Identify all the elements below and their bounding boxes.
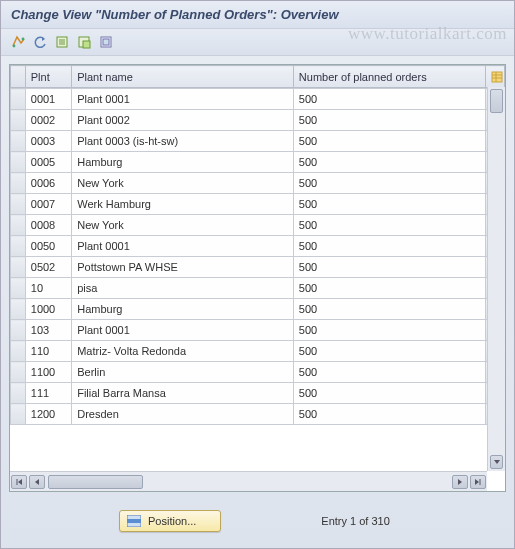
cell-plnt[interactable]: 10 [25, 278, 71, 299]
cell-num-orders[interactable]: 500 [293, 89, 485, 110]
select-all-button[interactable] [97, 33, 115, 51]
cell-plnt[interactable]: 0001 [25, 89, 71, 110]
cell-plant-name[interactable]: Hamburg [72, 299, 294, 320]
cell-plnt[interactable]: 0502 [25, 257, 71, 278]
col-header-plant-name[interactable]: Plant name [72, 66, 294, 88]
row-selector[interactable] [11, 215, 26, 236]
cell-num-orders[interactable]: 500 [293, 257, 485, 278]
undo-button[interactable] [31, 33, 49, 51]
row-selector[interactable] [11, 131, 26, 152]
table-container: Plnt Plant name Number of planned orders… [9, 64, 506, 492]
cell-plnt[interactable]: 1000 [25, 299, 71, 320]
cell-plnt[interactable]: 1100 [25, 362, 71, 383]
horizontal-scroll-thumb[interactable] [48, 475, 143, 489]
cell-num-orders[interactable]: 500 [293, 299, 485, 320]
scroll-right-button[interactable] [452, 475, 468, 489]
position-button[interactable]: Position... [119, 510, 221, 532]
scroll-first-button[interactable] [11, 475, 27, 489]
cell-plnt[interactable]: 0002 [25, 110, 71, 131]
sap-window: Change View "Number of Planned Orders": … [0, 0, 515, 549]
data-table: 0001Plant 00015000002Plant 00025000003Pl… [10, 88, 505, 425]
cell-plant-name[interactable]: Plant 0001 [72, 89, 294, 110]
cell-num-orders[interactable]: 500 [293, 320, 485, 341]
cell-plant-name[interactable]: Plant 0002 [72, 110, 294, 131]
vertical-scrollbar[interactable] [487, 87, 505, 471]
table-row: 0050Plant 0001500 [11, 236, 505, 257]
cell-num-orders[interactable]: 500 [293, 278, 485, 299]
cell-num-orders[interactable]: 500 [293, 215, 485, 236]
cell-plant-name[interactable]: pisa [72, 278, 294, 299]
scroll-left-button[interactable] [29, 475, 45, 489]
row-selector[interactable] [11, 89, 26, 110]
row-selector[interactable] [11, 383, 26, 404]
cell-plant-name[interactable]: Matriz- Volta Redonda [72, 341, 294, 362]
row-selector[interactable] [11, 236, 26, 257]
cell-num-orders[interactable]: 500 [293, 110, 485, 131]
copy-as-button[interactable] [75, 33, 93, 51]
cell-plant-name[interactable]: Plant 0001 [72, 236, 294, 257]
table-row: 110Matriz- Volta Redonda500 [11, 341, 505, 362]
vertical-scroll-thumb[interactable] [490, 89, 503, 113]
table-row: 1200Dresden500 [11, 404, 505, 425]
cell-plant-name[interactable]: Plant 0003 (is-ht-sw) [72, 131, 294, 152]
cell-plnt[interactable]: 1200 [25, 404, 71, 425]
row-selector[interactable] [11, 320, 26, 341]
cell-plant-name[interactable]: Hamburg [72, 152, 294, 173]
cell-plant-name[interactable]: Filial Barra Mansa [72, 383, 294, 404]
cell-plnt[interactable]: 0008 [25, 215, 71, 236]
row-selector[interactable] [11, 341, 26, 362]
configure-columns-button[interactable] [485, 66, 504, 88]
footer-bar: Position... Entry 1 of 310 [1, 500, 514, 546]
horizontal-scroll-track[interactable] [48, 475, 449, 489]
cell-num-orders[interactable]: 500 [293, 173, 485, 194]
cell-plant-name[interactable]: Dresden [72, 404, 294, 425]
row-selector[interactable] [11, 152, 26, 173]
cell-plant-name[interactable]: New York [72, 173, 294, 194]
cell-num-orders[interactable]: 500 [293, 383, 485, 404]
cell-plant-name[interactable]: Pottstown PA WHSE [72, 257, 294, 278]
cell-plant-name[interactable]: Berlin [72, 362, 294, 383]
table-row: 0002Plant 0002500 [11, 110, 505, 131]
col-header-num-orders[interactable]: Number of planned orders [293, 66, 485, 88]
cell-plnt[interactable]: 0005 [25, 152, 71, 173]
horizontal-scrollbar[interactable] [10, 471, 487, 491]
row-selector[interactable] [11, 257, 26, 278]
cell-num-orders[interactable]: 500 [293, 236, 485, 257]
new-entries-button[interactable] [53, 33, 71, 51]
cell-plnt[interactable]: 0006 [25, 173, 71, 194]
row-selector[interactable] [11, 110, 26, 131]
cell-num-orders[interactable]: 500 [293, 131, 485, 152]
col-header-plnt[interactable]: Plnt [25, 66, 71, 88]
table-row: 0005Hamburg500 [11, 152, 505, 173]
row-selector[interactable] [11, 299, 26, 320]
cell-num-orders[interactable]: 500 [293, 194, 485, 215]
svg-point-1 [22, 38, 25, 41]
row-selector[interactable] [11, 194, 26, 215]
cell-num-orders[interactable]: 500 [293, 341, 485, 362]
table-row: 0007Werk Hamburg500 [11, 194, 505, 215]
cell-plnt[interactable]: 0050 [25, 236, 71, 257]
row-selector[interactable] [11, 404, 26, 425]
cell-plant-name[interactable]: New York [72, 215, 294, 236]
window-title: Change View "Number of Planned Orders": … [1, 1, 514, 29]
row-selector[interactable] [11, 278, 26, 299]
cell-plnt[interactable]: 0007 [25, 194, 71, 215]
select-all-rows[interactable] [11, 66, 26, 88]
cell-num-orders[interactable]: 500 [293, 152, 485, 173]
table-row: 1100Berlin500 [11, 362, 505, 383]
svg-point-0 [13, 45, 16, 48]
table-row: 0006New York500 [11, 173, 505, 194]
row-selector[interactable] [11, 173, 26, 194]
cell-plant-name[interactable]: Werk Hamburg [72, 194, 294, 215]
cell-plnt[interactable]: 111 [25, 383, 71, 404]
scroll-down-button[interactable] [490, 455, 503, 469]
scroll-last-button[interactable] [470, 475, 486, 489]
cell-num-orders[interactable]: 500 [293, 404, 485, 425]
cell-plnt[interactable]: 103 [25, 320, 71, 341]
cell-plnt[interactable]: 110 [25, 341, 71, 362]
cell-plant-name[interactable]: Plant 0001 [72, 320, 294, 341]
cell-num-orders[interactable]: 500 [293, 362, 485, 383]
other-view-button[interactable] [9, 33, 27, 51]
row-selector[interactable] [11, 362, 26, 383]
cell-plnt[interactable]: 0003 [25, 131, 71, 152]
